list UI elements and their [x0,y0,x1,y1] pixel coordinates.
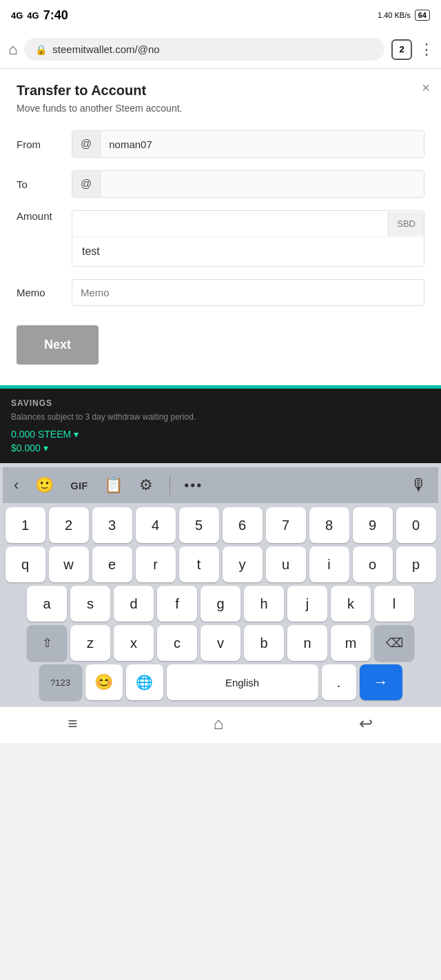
keyboard-clipboard-button[interactable]: 📋 [101,473,125,497]
asdf-row: a s d f g h j k l [3,586,438,622]
keyboard-emoji-button[interactable]: 🙂 [32,473,57,497]
period-key[interactable]: . [322,664,356,700]
key-c[interactable]: c [157,625,197,661]
nav-menu-icon[interactable]: ≡ [68,714,78,733]
emoji-key[interactable]: 😊 [85,664,123,700]
nav-home-icon[interactable]: ⌂ [214,714,224,733]
key-0[interactable]: 0 [396,507,436,543]
from-input-wrapper: @ [72,130,424,158]
key-6[interactable]: 6 [223,507,263,543]
key-n[interactable]: n [287,625,327,661]
keyboard-toolbar: ‹ 🙂 GIF 📋 ⚙ ••• 🎙 [3,467,438,503]
key-s[interactable]: s [70,586,110,622]
savings-subtitle: Balances subject to 3 day withdraw waiti… [11,412,430,422]
key-f[interactable]: f [157,586,197,622]
number-row: 1 2 3 4 5 6 7 8 9 0 [3,507,438,543]
status-right: 1.40 KB/s 64 [378,10,430,21]
zxcv-row: ⇧ z x c v b n m ⌫ [3,625,438,661]
key-j[interactable]: j [287,586,327,622]
key-2[interactable]: 2 [49,507,89,543]
key-o[interactable]: o [353,547,393,582]
toolbar-more-dots[interactable]: ••• [184,478,203,493]
tab-count[interactable]: 2 [391,39,412,60]
key-q[interactable]: q [6,547,45,582]
key-b[interactable]: b [244,625,284,661]
globe-key[interactable]: 🌐 [126,664,163,700]
backspace-key[interactable]: ⌫ [374,625,414,661]
to-row: To @ [17,170,424,198]
key-1[interactable]: 1 [6,507,45,543]
key-a[interactable]: a [27,586,67,622]
keyboard-gif-button[interactable]: GIF [68,477,90,494]
key-4[interactable]: 4 [136,507,176,543]
savings-section: SAVINGS Balances subject to 3 day withdr… [0,389,441,463]
from-input[interactable] [101,132,424,157]
shift-key[interactable]: ⇧ [27,625,67,661]
from-label: From [17,139,72,150]
key-g[interactable]: g [201,586,240,622]
signal-text: 4G [11,10,23,21]
amount-input[interactable] [72,211,388,236]
savings-usd-amount[interactable]: $0.000 ▾ [11,442,430,453]
lock-icon: 🔒 [35,44,47,55]
key-h[interactable]: h [244,586,284,622]
next-button[interactable]: Next [17,325,99,365]
network-speed: 1.40 KB/s [378,11,411,19]
to-input-wrapper: @ [72,170,424,198]
key-5[interactable]: 5 [179,507,219,543]
symbols-key[interactable]: ?123 [39,664,82,700]
form-subtitle: Move funds to another Steem account. [17,103,424,114]
keyboard-settings-button[interactable]: ⚙ [136,473,156,497]
key-u[interactable]: u [266,547,306,582]
key-l[interactable]: l [374,586,414,622]
qwerty-row: q w e r t y u i o p [3,547,438,582]
close-button[interactable]: × [422,80,430,96]
memo-row: Memo [17,279,424,306]
key-x[interactable]: x [114,625,154,661]
browser-bar: ⌂ 🔒 steemitwallet.com/@no 2 ⋮ [0,30,441,69]
status-left: 4G 4G 7:40 [11,8,68,23]
amount-label: Amount [17,210,72,222]
more-icon[interactable]: ⋮ [419,41,433,59]
memo-input-wrapper [72,279,424,306]
space-key[interactable]: English [167,664,318,700]
to-input[interactable] [101,172,424,197]
key-w[interactable]: w [49,547,89,582]
key-3[interactable]: 3 [92,507,132,543]
keyboard-back-button[interactable]: ‹ [11,473,21,497]
key-y[interactable]: y [223,547,263,582]
amount-top: SBD [72,211,424,237]
from-row: From @ [17,130,424,158]
key-d[interactable]: d [114,586,154,622]
keyboard: ‹ 🙂 GIF 📋 ⚙ ••• 🎙 1 2 3 4 5 6 7 8 9 0 q … [0,463,441,706]
amount-row: Amount SBD test [17,210,424,267]
key-v[interactable]: v [201,625,240,661]
key-9[interactable]: 9 [353,507,393,543]
enter-key[interactable]: → [360,664,402,700]
key-r[interactable]: r [136,547,176,582]
signal-text2: 4G [27,10,39,21]
key-k[interactable]: k [331,586,371,622]
key-z[interactable]: z [70,625,110,661]
nav-bar: ≡ ⌂ ↩ [0,706,441,743]
address-bar[interactable]: 🔒 steemitwallet.com/@no [24,38,384,61]
memo-label: Memo [17,287,72,298]
from-at-sign: @ [72,131,101,157]
key-m[interactable]: m [331,625,371,661]
key-t[interactable]: t [179,547,219,582]
home-icon[interactable]: ⌂ [8,41,17,59]
form-title: Transfer to Account [17,83,424,99]
nav-back-icon[interactable]: ↩ [359,714,373,733]
keyboard-mic-button[interactable]: 🎙 [408,473,430,498]
amount-input-wrapper: SBD test [72,210,424,267]
sbd-badge: SBD [388,212,424,236]
autocomplete-dropdown[interactable]: test [72,237,424,266]
memo-input[interactable] [72,280,424,305]
to-at-sign: @ [72,171,101,197]
key-e[interactable]: e [92,547,132,582]
key-7[interactable]: 7 [266,507,306,543]
savings-steem-amount[interactable]: 0.000 STEEM ▾ [11,429,430,440]
key-p[interactable]: p [396,547,436,582]
key-i[interactable]: i [309,547,349,582]
key-8[interactable]: 8 [309,507,349,543]
